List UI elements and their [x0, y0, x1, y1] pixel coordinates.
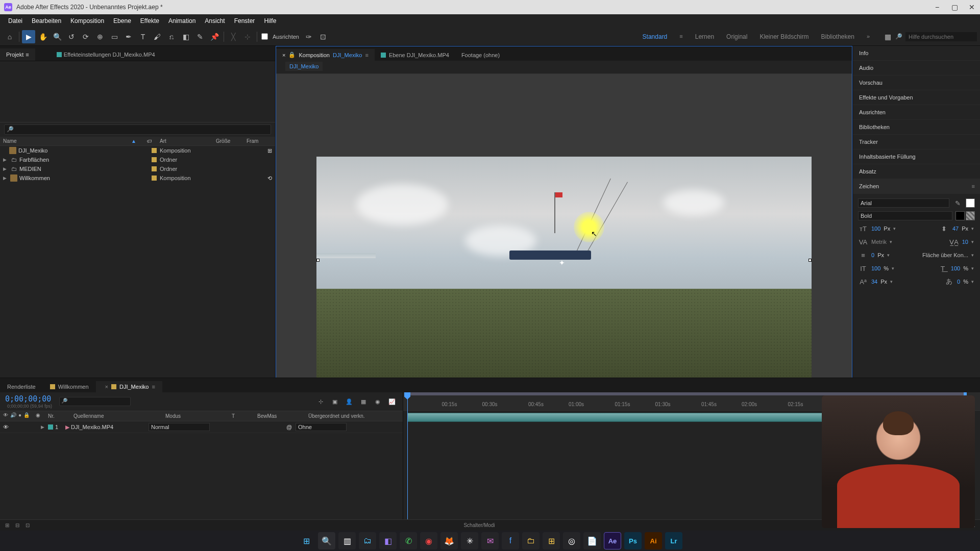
panel-character[interactable]: Zeichen ≡ — [853, 179, 980, 194]
expand-icon[interactable]: ▶ — [3, 166, 9, 171]
after-effects-icon[interactable]: Ae — [604, 532, 621, 549]
folder-icon[interactable]: 🗀 — [522, 532, 540, 549]
tab-close-icon[interactable]: × — [282, 52, 285, 58]
panel-content-aware[interactable]: Inhaltsbasierte Füllung — [853, 149, 980, 164]
selection-handle[interactable] — [808, 259, 812, 262]
layer-label-swatch[interactable] — [48, 424, 53, 430]
blend-mode-select[interactable]: Normal — [149, 423, 210, 431]
menu-ebene[interactable]: Ebene — [109, 15, 135, 27]
chevron-down-icon[interactable]: ▾ — [892, 266, 894, 271]
col-frame[interactable]: Fram — [247, 138, 272, 144]
chevron-down-icon[interactable]: ▾ — [971, 226, 974, 231]
lock-icon[interactable]: 🔒 — [288, 52, 296, 58]
tab-menu-icon[interactable]: ≡ — [365, 52, 368, 58]
tab-menu-icon[interactable]: ≡ — [152, 384, 155, 390]
pickwhip-icon[interactable]: @ — [286, 424, 296, 430]
label-swatch[interactable] — [152, 166, 157, 171]
toggle-switches-icon[interactable]: ⊞ — [5, 522, 9, 528]
frame-blend-icon[interactable]: ▦ — [358, 396, 369, 407]
fill-option-dropdown[interactable]: Fläche über Kon... — [922, 252, 968, 258]
chevron-down-icon[interactable]: ▾ — [971, 253, 974, 258]
switches-modes-label[interactable]: Schalter/Modi — [463, 522, 495, 528]
col-bew[interactable]: BewMas — [255, 412, 306, 420]
col-name[interactable]: Name — [3, 138, 131, 144]
align-checkbox[interactable] — [261, 33, 268, 40]
playhead[interactable] — [407, 392, 408, 519]
explorer-icon[interactable]: 🗂 — [359, 532, 376, 549]
app-icon[interactable]: ◧ — [379, 532, 397, 549]
local-axis-icon[interactable]: ⊹ — [241, 30, 254, 43]
eyedropper-icon[interactable]: ✎ — [952, 198, 963, 208]
app-icon[interactable]: ⊞ — [543, 532, 560, 549]
project-item[interactable]: ▶ 🗀 MEDIEN Ordner — [0, 164, 275, 173]
kerning-value[interactable]: Metrik — [871, 239, 887, 245]
col-nr[interactable]: Nr. — [46, 412, 71, 420]
brush-tool-icon[interactable]: 🖌 — [151, 30, 164, 43]
frame-icon[interactable]: ⟲ — [247, 175, 272, 182]
taskbar-search-icon[interactable]: 🔍 — [318, 532, 335, 549]
panel-paragraph[interactable]: Absatz — [853, 164, 980, 179]
anchor-point-icon[interactable]: ✦ — [559, 259, 565, 267]
workspace-lernen[interactable]: Lernen — [695, 33, 714, 40]
panel-menu-icon[interactable]: ≡ — [972, 183, 975, 189]
motion-blur-icon[interactable]: ◉ — [372, 396, 383, 407]
label-swatch[interactable] — [152, 157, 157, 162]
notepad-icon[interactable]: 📄 — [583, 532, 601, 549]
toggle-inout-icon[interactable]: ⊡ — [26, 522, 30, 528]
snap-icon[interactable]: ✑ — [302, 30, 315, 43]
layer-name[interactable]: DJI_Mexiko.MP4 — [71, 424, 149, 430]
tab-renderqueue[interactable]: Renderliste — [0, 381, 43, 392]
start-button[interactable]: ⊞ — [298, 532, 315, 549]
label-swatch[interactable] — [152, 176, 157, 181]
chevron-down-icon[interactable]: ▾ — [971, 266, 974, 271]
menu-ansicht[interactable]: Ansicht — [201, 15, 229, 27]
menu-fenster[interactable]: Fenster — [230, 15, 259, 27]
lightroom-icon[interactable]: Lr — [665, 532, 682, 549]
selection-handle[interactable] — [316, 259, 320, 262]
tab-layer[interactable]: Ebene DJI_Mexiko.MP4 — [375, 49, 455, 61]
mesh-tool-icon[interactable]: ╳ — [227, 30, 240, 43]
font-weight-select[interactable]: Bold — [858, 211, 952, 220]
leading-value[interactable]: 47 — [952, 226, 959, 232]
minimize-button[interactable]: − — [933, 3, 941, 11]
label-swatch[interactable] — [152, 148, 157, 153]
expand-icon[interactable]: ▶ — [3, 157, 9, 162]
panel-preview[interactable]: Vorschau — [853, 76, 980, 90]
layer-expand-icon[interactable]: ▶ — [41, 424, 47, 430]
baseline-value[interactable]: 34 — [871, 279, 877, 285]
menu-animation[interactable]: Animation — [164, 15, 200, 27]
tab-menu-icon[interactable]: ≡ — [26, 52, 29, 58]
maximize-button[interactable]: ▢ — [950, 3, 959, 11]
clone-tool-icon[interactable]: ⎌ — [165, 30, 178, 43]
roto-tool-icon[interactable]: ✎ — [193, 30, 207, 43]
eraser-tool-icon[interactable]: ◧ — [179, 30, 192, 43]
font-family-select[interactable]: Arial — [858, 198, 949, 208]
project-item[interactable]: ▶ Willkommen Komposition ⟲ — [0, 173, 275, 183]
workspace-original[interactable]: Original — [726, 33, 747, 40]
comp-flowchart-icon[interactable]: ⊹ — [315, 396, 326, 407]
illustrator-icon[interactable]: Ai — [645, 532, 662, 549]
puppet-tool-icon[interactable]: 📌 — [208, 30, 221, 43]
toggle-modes-icon[interactable]: ⊟ — [15, 522, 19, 528]
panel-audio[interactable]: Audio — [853, 61, 980, 76]
chevron-down-icon[interactable]: ▾ — [887, 253, 890, 258]
menu-hilfe[interactable]: Hilfe — [260, 15, 280, 27]
graph-editor-icon[interactable]: 📈 — [386, 396, 398, 407]
workspace-standard[interactable]: Standard — [643, 33, 668, 40]
chevron-down-icon[interactable]: ▾ — [971, 239, 974, 244]
breadcrumb[interactable]: DJI_Mexiko — [285, 62, 323, 71]
messenger-icon[interactable]: ✉ — [481, 532, 499, 549]
orbit-tool-icon[interactable]: ↺ — [65, 30, 78, 43]
panel-info[interactable]: Info — [853, 46, 980, 61]
menu-komposition[interactable]: Komposition — [66, 15, 108, 27]
stroke-width-value[interactable]: 0 — [871, 252, 874, 258]
project-item[interactable]: ▶ 🗀 Farbflächen Ordner — [0, 155, 275, 164]
tab-composition[interactable]: × 🔒 Komposition DJI_Mexiko ≡ — [276, 49, 375, 61]
col-type[interactable]: Art — [160, 138, 216, 144]
visibility-toggle[interactable]: 👁 — [3, 424, 10, 430]
facebook-icon[interactable]: f — [502, 532, 519, 549]
panel-effects-presets[interactable]: Effekte und Vorgaben — [853, 90, 980, 105]
tsume-value[interactable]: 0 — [957, 279, 960, 285]
tab-effect-controls[interactable]: Effekteinstellungen DJI_Mexiko.MP4 — [51, 48, 161, 61]
rotate-tool-icon[interactable]: ⟳ — [79, 30, 92, 43]
